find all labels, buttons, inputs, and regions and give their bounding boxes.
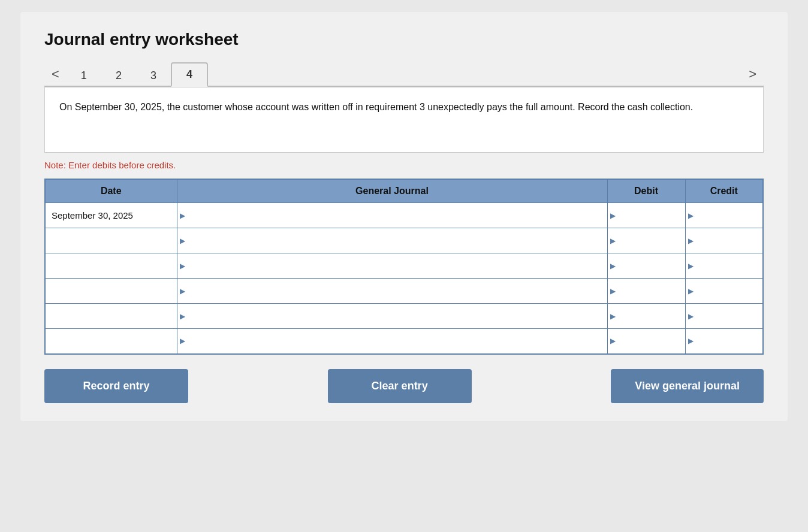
date-cell-1[interactable]	[45, 228, 177, 253]
date-input-3[interactable]	[52, 279, 177, 303]
tab-3[interactable]: 3	[136, 65, 171, 87]
gj-cell-3[interactable]: ▶	[177, 279, 607, 304]
tab-next-button[interactable]: >	[741, 63, 764, 86]
header-debit: Debit	[607, 179, 685, 203]
credit-input-1[interactable]	[696, 228, 763, 253]
clear-entry-button[interactable]: Clear entry	[328, 369, 472, 403]
date-cell-5[interactable]	[45, 329, 177, 354]
credit-input-0[interactable]	[696, 203, 763, 228]
gj-cell-5[interactable]: ▶	[177, 329, 607, 354]
main-container: Journal entry worksheet < 1 2 3 4 > On S…	[20, 12, 788, 421]
debit-arrow-icon-3: ▶	[608, 287, 618, 295]
debit-cell-2[interactable]: ▶	[607, 253, 685, 279]
gj-input-1[interactable]	[188, 228, 607, 253]
gj-arrow-icon-5: ▶	[177, 337, 188, 345]
credit-arrow-icon-1: ▶	[686, 237, 696, 245]
tab-2[interactable]: 2	[101, 65, 136, 87]
date-cell-3[interactable]	[45, 279, 177, 304]
debit-input-4[interactable]	[618, 304, 685, 328]
debit-input-5[interactable]	[618, 329, 685, 353]
page-title: Journal entry worksheet	[44, 30, 764, 49]
gj-arrow-icon-1: ▶	[177, 237, 188, 245]
debit-arrow-icon-1: ▶	[608, 237, 618, 245]
debit-input-1[interactable]	[618, 228, 685, 253]
description-box: On September 30, 2025, the customer whos…	[44, 87, 764, 153]
description-text: On September 30, 2025, the customer whos…	[59, 102, 693, 112]
date-input-1[interactable]	[52, 228, 177, 253]
date-cell-2[interactable]	[45, 253, 177, 279]
header-credit: Credit	[685, 179, 763, 203]
debit-cell-4[interactable]: ▶	[607, 304, 685, 329]
credit-cell-5[interactable]: ▶	[685, 329, 763, 354]
credit-input-4[interactable]	[696, 304, 763, 328]
tab-1[interactable]: 1	[67, 65, 101, 87]
date-input-2[interactable]	[52, 253, 177, 278]
table-header-row: Date General Journal Debit Credit	[45, 179, 763, 203]
table-row: ▶▶▶	[45, 304, 763, 329]
date-input-4[interactable]	[52, 304, 177, 328]
journal-table: Date General Journal Debit Credit Septem…	[44, 179, 764, 355]
debit-cell-5[interactable]: ▶	[607, 329, 685, 354]
gj-input-3[interactable]	[188, 279, 607, 303]
credit-arrow-icon-4: ▶	[686, 312, 696, 321]
table-row: ▶▶▶	[45, 329, 763, 354]
table-row: ▶▶▶	[45, 253, 763, 279]
tab-prev-button[interactable]: <	[44, 63, 67, 86]
table-row: ▶▶▶	[45, 279, 763, 304]
credit-arrow-icon-0: ▶	[686, 211, 696, 220]
gj-cell-1[interactable]: ▶	[177, 228, 607, 253]
gj-cell-4[interactable]: ▶	[177, 304, 607, 329]
gj-arrow-icon-3: ▶	[177, 287, 188, 295]
debit-input-0[interactable]	[618, 203, 685, 228]
debit-cell-3[interactable]: ▶	[607, 279, 685, 304]
debit-arrow-icon-0: ▶	[608, 211, 618, 220]
table-row: ▶▶▶	[45, 228, 763, 253]
date-input-5[interactable]	[52, 329, 177, 353]
credit-input-3[interactable]	[696, 279, 763, 303]
credit-cell-3[interactable]: ▶	[685, 279, 763, 304]
date-cell-4[interactable]	[45, 304, 177, 329]
gj-cell-2[interactable]: ▶	[177, 253, 607, 279]
credit-arrow-icon-5: ▶	[686, 337, 696, 345]
debit-arrow-icon-4: ▶	[608, 312, 618, 321]
note-text: Note: Enter debits before credits.	[44, 160, 764, 170]
gj-input-0[interactable]	[188, 203, 607, 228]
gj-input-4[interactable]	[188, 304, 607, 328]
header-general-journal: General Journal	[177, 179, 607, 203]
credit-arrow-icon-3: ▶	[686, 287, 696, 295]
debit-cell-1[interactable]: ▶	[607, 228, 685, 253]
table-row: September 30, 2025▶▶▶	[45, 203, 763, 228]
gj-arrow-icon-0: ▶	[177, 211, 188, 220]
credit-cell-1[interactable]: ▶	[685, 228, 763, 253]
gj-arrow-icon-4: ▶	[177, 312, 188, 321]
buttons-row: Record entry Clear entry View general jo…	[44, 369, 764, 403]
debit-arrow-icon-5: ▶	[608, 337, 618, 345]
debit-input-2[interactable]	[618, 253, 685, 278]
credit-cell-2[interactable]: ▶	[685, 253, 763, 279]
record-entry-button[interactable]: Record entry	[44, 369, 188, 403]
credit-arrow-icon-2: ▶	[686, 262, 696, 270]
credit-input-5[interactable]	[696, 329, 763, 353]
debit-cell-0[interactable]: ▶	[607, 203, 685, 228]
tabs-row: < 1 2 3 4 >	[44, 61, 764, 87]
date-cell-0: September 30, 2025	[45, 203, 177, 228]
gj-input-2[interactable]	[188, 253, 607, 278]
debit-arrow-icon-2: ▶	[608, 262, 618, 270]
credit-cell-0[interactable]: ▶	[685, 203, 763, 228]
gj-cell-0[interactable]: ▶	[177, 203, 607, 228]
gj-arrow-icon-2: ▶	[177, 262, 188, 270]
header-date: Date	[45, 179, 177, 203]
credit-input-2[interactable]	[696, 253, 763, 278]
credit-cell-4[interactable]: ▶	[685, 304, 763, 329]
gj-input-5[interactable]	[188, 329, 607, 353]
tab-4[interactable]: 4	[171, 62, 208, 87]
view-general-journal-button[interactable]: View general journal	[611, 369, 764, 403]
debit-input-3[interactable]	[618, 279, 685, 303]
